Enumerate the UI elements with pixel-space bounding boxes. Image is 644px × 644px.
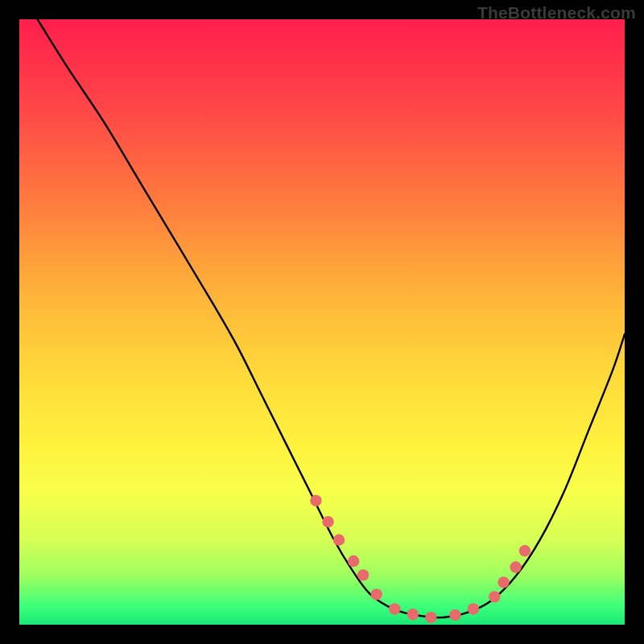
data-point (389, 603, 400, 614)
data-point (322, 516, 333, 527)
data-point (425, 612, 436, 623)
data-point (497, 576, 509, 588)
chart-svg (19, 19, 625, 625)
chart-frame: TheBottleneck.com (0, 0, 644, 644)
data-point (489, 591, 500, 602)
data-point (407, 609, 419, 620)
data-point (357, 569, 369, 580)
data-point (310, 495, 321, 506)
data-point (333, 535, 345, 546)
curve-line (38, 19, 625, 617)
watermark-text: TheBottleneck.com (477, 3, 636, 23)
chart-plot-area (19, 19, 625, 625)
data-point (348, 555, 359, 567)
data-point (370, 588, 382, 600)
data-point (519, 545, 530, 556)
data-point (510, 561, 521, 572)
data-point (468, 603, 479, 614)
data-point (449, 609, 460, 621)
